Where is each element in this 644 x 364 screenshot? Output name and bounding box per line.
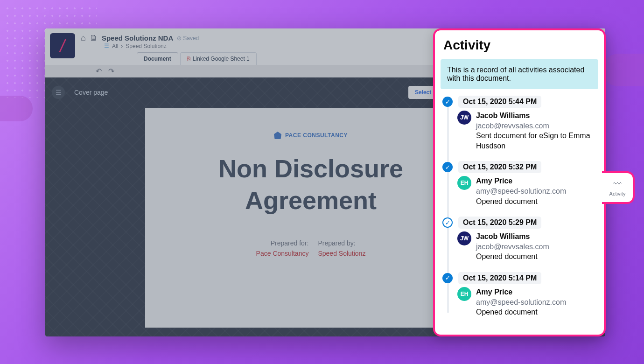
activity-list: ✓Oct 15, 2020 5:44 PMJWJacob Williamsjac…: [435, 96, 604, 317]
activity-user-email: jacob@revvsales.com: [476, 242, 549, 252]
activity-user-email: jacob@revvsales.com: [476, 121, 598, 131]
activity-description-text: Opened document: [476, 307, 566, 317]
activity-user-name: Jacob Williams: [476, 231, 549, 242]
check-icon: ✓: [442, 273, 453, 283]
document-title: Speed Solutionz NDA: [102, 34, 173, 42]
activity-tab-callout[interactable]: 〰 Activity: [602, 171, 635, 204]
activity-user-email: amy@speed-solutionz.com: [476, 297, 566, 308]
brand-row: PACE CONSULTANCY: [164, 132, 458, 139]
avatar: EH: [457, 176, 471, 190]
activity-pulse-icon: 〰: [613, 179, 622, 189]
check-icon: ⊘: [177, 35, 182, 42]
check-icon: ✓: [442, 97, 453, 107]
tab-linked-sheet[interactable]: ⎘ Linked Google Sheet 1: [180, 52, 257, 65]
undo-icon[interactable]: ↶: [96, 67, 102, 76]
prepared-for-label: Prepared for:: [256, 239, 309, 247]
activity-description-text: Opened document: [476, 252, 549, 262]
avatar: JW: [457, 111, 471, 125]
prepared-by-label: Prepared by:: [318, 239, 365, 247]
prepared-for-value: Pace Consultancy: [256, 250, 309, 257]
app-logo[interactable]: /: [50, 33, 75, 58]
avatar: JW: [457, 231, 471, 245]
link-icon: ⎘: [187, 56, 190, 62]
activity-item: ✓Oct 15, 2020 5:14 PMEHAmy Priceamy@spee…: [442, 272, 598, 317]
breadcrumb-all[interactable]: All: [112, 43, 118, 49]
logo-slash-icon: /: [60, 36, 65, 56]
decorative-cloud: [0, 96, 33, 121]
activity-user-email: amy@speed-solutionz.com: [476, 186, 566, 196]
decorative-cloud: [602, 54, 644, 86]
brand-logo-icon: [274, 132, 281, 139]
redo-icon[interactable]: ↷: [108, 67, 114, 76]
breadcrumb-current[interactable]: Speed Solutionz: [126, 43, 166, 49]
saved-badge: ⊘ Saved: [177, 35, 199, 42]
activity-description-text: Sent document for eSign to Emma Husdson: [476, 131, 598, 151]
document-heading: Non Disclosure Agreement: [164, 153, 458, 216]
activity-item: ✓Oct 15, 2020 5:32 PMEHAmy Priceamy@spee…: [442, 161, 598, 206]
activity-user-name: Amy Price: [476, 176, 566, 186]
page-indicator-icon[interactable]: ☰: [52, 86, 65, 99]
brand-name: PACE CONSULTANCY: [285, 132, 348, 139]
avatar: EH: [457, 287, 471, 301]
cover-page-label: Cover page: [74, 89, 108, 96]
activity-title: Activity: [435, 38, 604, 57]
activity-timestamp: Oct 15, 2020 5:32 PM: [458, 161, 541, 173]
check-icon: ✓: [442, 217, 453, 228]
check-icon: ✓: [442, 162, 453, 172]
activity-description-text: Opened document: [476, 196, 566, 207]
home-icon[interactable]: ⌂: [81, 33, 86, 43]
activity-item: ✓Oct 15, 2020 5:44 PMJWJacob Williamsjac…: [442, 96, 598, 151]
document-icon: 🗎: [90, 33, 98, 43]
tab-document[interactable]: Document: [137, 52, 178, 65]
activity-description: This is a record of all activities assoc…: [441, 59, 598, 89]
activity-timestamp: Oct 15, 2020 5:44 PM: [458, 96, 541, 108]
activity-user-name: Jacob Williams: [476, 111, 598, 121]
activity-timestamp: Oct 15, 2020 5:14 PM: [458, 272, 541, 284]
activity-panel: 〰 Activity Activity This is a record of …: [433, 28, 606, 336]
activity-user-name: Amy Price: [476, 287, 566, 297]
activity-timestamp: Oct 15, 2020 5:29 PM: [458, 217, 541, 229]
activity-item: ✓Oct 15, 2020 5:29 PMJWJacob Williamsjac…: [442, 217, 598, 262]
document-page: PACE CONSULTANCY Non Disclosure Agreemen…: [145, 108, 476, 328]
prepared-by-value: Speed Solutionz: [318, 250, 365, 257]
folder-icon: ☰: [104, 43, 109, 49]
